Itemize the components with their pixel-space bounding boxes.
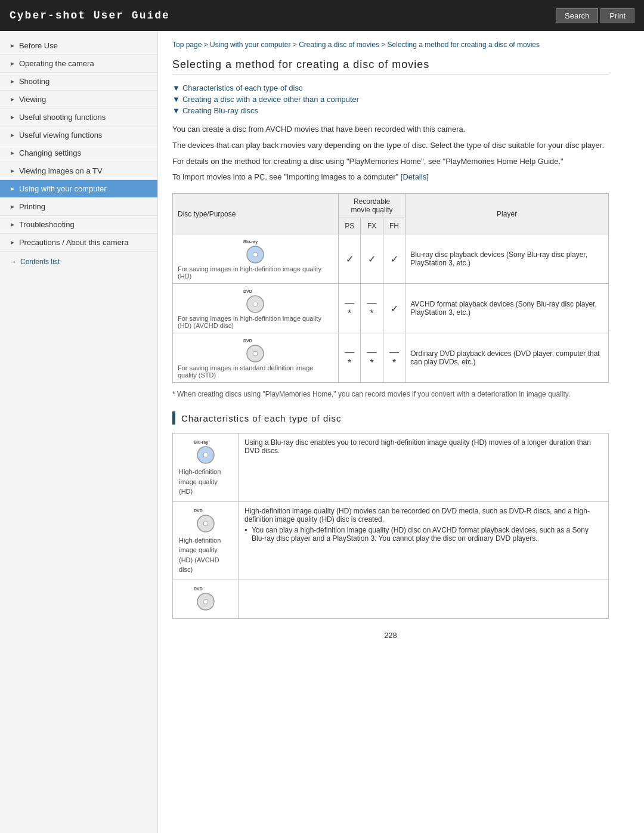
breadcrumb-creating[interactable]: Creating a disc of movies xyxy=(299,41,379,49)
sidebar-arrow-icon-1: ► xyxy=(10,60,16,67)
sidebar-arrow-icon-10: ► xyxy=(10,221,16,228)
char-desc-1: High-definition image quality (HD) movie… xyxy=(244,507,602,524)
fh-cell-2: —* xyxy=(383,333,405,383)
col-fx-header: FX xyxy=(361,218,383,234)
contents-list-link[interactable]: → Contents list xyxy=(0,252,157,272)
triangle-icon-3: ▼ xyxy=(172,106,180,115)
char-label-1: High-definition image quality (HD) (AVCH… xyxy=(179,535,232,575)
disc-cell-2: DVD For saving images in standard defini… xyxy=(173,333,339,383)
disc-icon-0: Blu-ray xyxy=(178,238,333,264)
blue-bar-icon xyxy=(172,411,175,425)
sidebar-label-6: Changing settings xyxy=(19,148,81,157)
sidebar-item-0[interactable]: ►Before Use xyxy=(0,37,157,55)
table-row-0: Blu-ray For saving images in high-defini… xyxy=(173,234,609,284)
sidebar-item-3[interactable]: ►Viewing xyxy=(0,91,157,109)
svg-text:DVD: DVD xyxy=(194,509,203,513)
table-row-1: DVD For saving images in high-definition… xyxy=(173,284,609,333)
player-cell-2: Ordinary DVD playback devices (DVD playe… xyxy=(405,333,609,383)
svg-point-14 xyxy=(203,521,208,526)
svg-point-8 xyxy=(253,351,258,356)
sidebar-label-4: Useful shooting functions xyxy=(19,113,106,122)
sidebar-item-6[interactable]: ►Changing settings xyxy=(0,144,157,162)
sidebar-item-2[interactable]: ►Shooting xyxy=(0,73,157,91)
char-desc-cell-0: Using a Blu-ray disc enables you to reco… xyxy=(239,433,609,502)
print-button[interactable]: Print xyxy=(600,8,634,23)
triangle-links: ▼Characteristics of each type of disc ▼C… xyxy=(172,83,609,115)
svg-point-17 xyxy=(203,599,208,604)
sidebar-label-11: Precautions / About this camera xyxy=(19,238,129,247)
col-player-header: Player xyxy=(405,194,609,234)
sidebar-item-8[interactable]: ►Using with your computer xyxy=(0,180,157,198)
body-para-2: The devices that can play back movies va… xyxy=(172,140,609,152)
disc-cell-0: Blu-ray For saving images in high-defini… xyxy=(173,234,339,284)
char-disc-icon-0: Blu-ray xyxy=(179,438,232,465)
ps-cell-1: —* xyxy=(338,284,360,333)
body-para-4: To import movies into a PC, see "Importi… xyxy=(172,171,609,184)
header-buttons: Search Print xyxy=(556,8,634,23)
char-icon-col-0: Blu-ray High-definition image quality (H… xyxy=(173,433,239,502)
link-characteristics[interactable]: ▼Characteristics of each type of disc xyxy=(172,83,609,92)
fx-cell-0: ✓ xyxy=(361,234,383,284)
sidebar-arrow-icon-9: ► xyxy=(10,203,16,210)
char-desc-0: Using a Blu-ray disc enables you to reco… xyxy=(244,438,602,455)
char-bullet-1: You can play a high-definition image qua… xyxy=(244,526,602,543)
fh-cell-0: ✓ xyxy=(383,234,405,284)
disc-purpose-2: For saving images in standard definition… xyxy=(178,364,333,379)
sidebar-item-4[interactable]: ►Useful shooting functions xyxy=(0,109,157,126)
sidebar-item-9[interactable]: ►Printing xyxy=(0,198,157,216)
char-label-0: High-definition image quality (HD) xyxy=(179,467,232,497)
page-number: 228 xyxy=(172,631,609,640)
header: Cyber-shot User Guide Search Print xyxy=(0,0,644,31)
svg-text:DVD: DVD xyxy=(243,339,252,343)
svg-point-2 xyxy=(253,252,258,257)
svg-text:DVD: DVD xyxy=(194,587,203,591)
sidebar-arrow-icon-7: ► xyxy=(10,168,16,174)
char-row-0: Blu-ray High-definition image quality (H… xyxy=(173,433,609,502)
char-desc-cell-2 xyxy=(239,580,609,618)
sidebar-arrow-icon-6: ► xyxy=(10,150,16,156)
fx-cell-1: —* xyxy=(361,284,383,333)
char-row-1: DVD High-definition image quality (HD) (… xyxy=(173,501,609,580)
details-link[interactable]: [Details] xyxy=(401,172,429,181)
breadcrumb-top[interactable]: Top page xyxy=(172,41,202,49)
player-cell-1: AVCHD format playback devices (Sony Blu-… xyxy=(405,284,609,333)
sidebar-label-9: Printing xyxy=(19,202,45,211)
svg-point-11 xyxy=(203,453,208,457)
player-cell-0: Blu-ray disc playback devices (Sony Blu-… xyxy=(405,234,609,284)
table-row-2: DVD For saving images in standard defini… xyxy=(173,333,609,383)
link-other-device[interactable]: ▼Creating a disc with a device other tha… xyxy=(172,95,609,104)
sidebar-item-5[interactable]: ►Useful viewing functions xyxy=(0,126,157,144)
section2-header: Characteristics of each type of disc xyxy=(172,411,609,425)
ps-cell-2: —* xyxy=(338,333,360,383)
sidebar-item-11[interactable]: ►Precautions / About this camera xyxy=(0,234,157,252)
breadcrumb-using[interactable]: Using with your computer xyxy=(210,41,290,49)
char-disc-icon-2: DVD xyxy=(179,585,232,611)
footnote: * When creating discs using "PlayMemorie… xyxy=(172,389,609,400)
sidebar-arrow-icon-0: ► xyxy=(10,42,16,49)
char-icon-col-1: DVD High-definition image quality (HD) (… xyxy=(173,501,239,580)
layout: ►Before Use►Operating the camera►Shootin… xyxy=(0,31,644,833)
arrow-right-icon: → xyxy=(10,258,17,266)
page-title: Selecting a method for creating a disc o… xyxy=(172,58,609,75)
link-bluray[interactable]: ▼Creating Blu-ray discs xyxy=(172,106,609,115)
col-disc-header: Disc type/Purpose xyxy=(173,194,339,234)
breadcrumb-current: Selecting a method for creating a disc o… xyxy=(388,41,540,49)
sidebar-arrow-icon-8: ► xyxy=(10,185,16,192)
svg-text:DVD: DVD xyxy=(243,289,252,293)
disc-table: Disc type/Purpose Recordablemovie qualit… xyxy=(172,193,609,383)
sidebar-arrow-icon-3: ► xyxy=(10,96,16,103)
sidebar-label-5: Useful viewing functions xyxy=(19,131,102,140)
char-desc-cell-1: High-definition image quality (HD) movie… xyxy=(239,501,609,580)
sidebar-arrow-icon-5: ► xyxy=(10,132,16,138)
contents-list-label: Contents list xyxy=(20,258,60,266)
disc-icon-2: DVD xyxy=(178,337,333,363)
sidebar-item-10[interactable]: ►Troubleshooting xyxy=(0,216,157,234)
sidebar-item-1[interactable]: ►Operating the camera xyxy=(0,55,157,73)
main-content: Top page > Using with your computer > Cr… xyxy=(158,31,623,833)
triangle-icon-2: ▼ xyxy=(172,95,180,104)
search-button[interactable]: Search xyxy=(556,8,598,23)
breadcrumb: Top page > Using with your computer > Cr… xyxy=(172,39,609,50)
sidebar-item-7[interactable]: ►Viewing images on a TV xyxy=(0,162,157,180)
svg-text:Blu-ray: Blu-ray xyxy=(243,240,258,244)
sidebar-label-3: Viewing xyxy=(19,95,46,104)
